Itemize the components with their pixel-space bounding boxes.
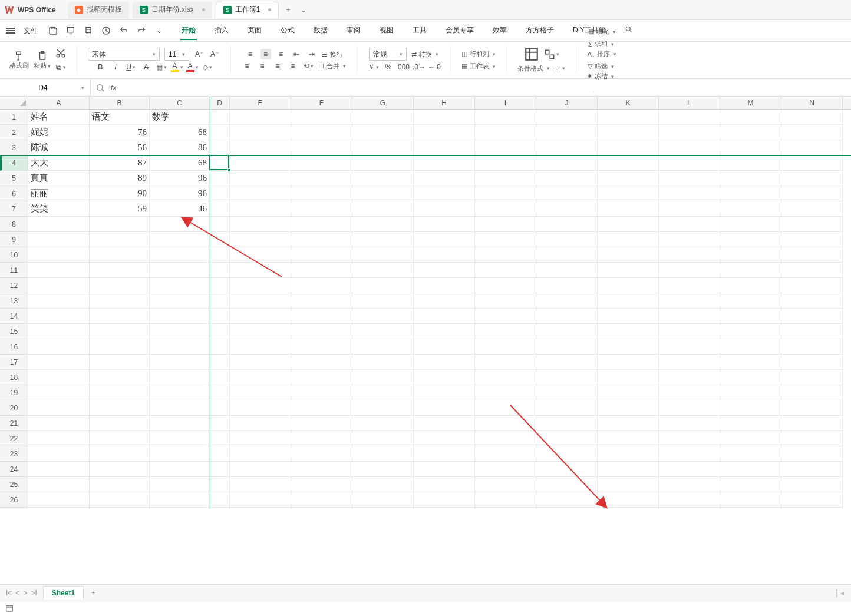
cell[interactable] xyxy=(414,247,475,263)
cell[interactable] xyxy=(475,446,536,462)
cell[interactable] xyxy=(291,125,352,140)
cell[interactable]: 96 xyxy=(150,186,210,201)
cell[interactable] xyxy=(352,263,414,278)
cell[interactable] xyxy=(536,355,598,370)
save-icon[interactable] xyxy=(48,26,58,35)
cell[interactable] xyxy=(210,355,230,370)
cell[interactable] xyxy=(536,232,598,247)
bold-icon[interactable]: B xyxy=(95,62,105,72)
file-menu[interactable]: 文件 xyxy=(24,26,38,36)
cell[interactable] xyxy=(536,416,598,431)
cell[interactable] xyxy=(210,217,230,232)
cell[interactable] xyxy=(720,446,781,462)
cell[interactable] xyxy=(230,416,291,431)
row-header[interactable]: 23 xyxy=(0,446,28,462)
cell[interactable] xyxy=(291,171,352,186)
sheet-next-icon[interactable]: > xyxy=(23,589,27,597)
cell[interactable] xyxy=(230,201,291,217)
cell[interactable] xyxy=(536,217,598,232)
cell[interactable] xyxy=(475,217,536,232)
cell[interactable] xyxy=(475,309,536,324)
cell[interactable] xyxy=(659,446,720,462)
row-header[interactable]: 11 xyxy=(0,263,28,278)
cell[interactable] xyxy=(352,462,414,477)
cell[interactable] xyxy=(536,431,598,446)
cell[interactable] xyxy=(210,508,230,509)
cell[interactable] xyxy=(210,247,230,263)
add-sheet-button[interactable]: ＋ xyxy=(87,588,99,598)
menu-tab-data[interactable]: 数据 xyxy=(312,22,329,40)
cell[interactable] xyxy=(720,431,781,446)
cell[interactable] xyxy=(536,278,598,293)
cell[interactable] xyxy=(659,140,720,155)
cell[interactable] xyxy=(210,385,230,400)
wrap-text-button[interactable]: ☰ 换行 xyxy=(322,50,343,59)
cell[interactable] xyxy=(781,171,843,186)
cell[interactable] xyxy=(291,355,352,370)
cell[interactable] xyxy=(352,201,414,217)
row-header[interactable]: 27 xyxy=(0,508,28,509)
cell[interactable] xyxy=(352,247,414,263)
cell[interactable] xyxy=(598,492,659,508)
row-header[interactable]: 25 xyxy=(0,477,28,492)
cell[interactable] xyxy=(781,140,843,155)
cell[interactable] xyxy=(720,477,781,492)
cell[interactable] xyxy=(291,155,352,171)
cell[interactable] xyxy=(291,247,352,263)
cell[interactable] xyxy=(598,385,659,400)
cell[interactable] xyxy=(28,431,90,446)
cell[interactable] xyxy=(414,110,475,125)
cell[interactable] xyxy=(28,446,90,462)
cell[interactable] xyxy=(475,385,536,400)
cell[interactable] xyxy=(90,324,150,339)
cell[interactable] xyxy=(598,416,659,431)
cell[interactable] xyxy=(150,309,210,324)
cell[interactable] xyxy=(781,416,843,431)
cell[interactable] xyxy=(291,431,352,446)
cell-style-icon[interactable]: ▾ xyxy=(544,47,559,62)
cell[interactable] xyxy=(352,171,414,186)
fill-color-icon[interactable]: ◇▾ xyxy=(202,62,213,72)
cell[interactable] xyxy=(352,155,414,171)
cell[interactable] xyxy=(536,293,598,309)
align-middle-icon[interactable]: ≡ xyxy=(260,49,271,59)
cell[interactable] xyxy=(352,217,414,232)
cell[interactable] xyxy=(598,278,659,293)
status-mode-icon[interactable] xyxy=(5,604,14,614)
cell[interactable] xyxy=(720,247,781,263)
cell[interactable] xyxy=(210,140,230,155)
cell[interactable] xyxy=(720,492,781,508)
cell[interactable] xyxy=(352,324,414,339)
cell[interactable] xyxy=(475,140,536,155)
cell[interactable]: 76 xyxy=(90,125,150,140)
cell[interactable] xyxy=(210,400,230,416)
cell[interactable] xyxy=(414,125,475,140)
cell[interactable] xyxy=(90,462,150,477)
cell[interactable] xyxy=(230,247,291,263)
cell[interactable] xyxy=(150,385,210,400)
cell[interactable] xyxy=(28,370,90,385)
cell[interactable] xyxy=(210,309,230,324)
cell[interactable] xyxy=(230,508,291,509)
cell[interactable] xyxy=(598,324,659,339)
cell[interactable] xyxy=(659,155,720,171)
cell[interactable] xyxy=(720,370,781,385)
menu-tab-ffgz[interactable]: 方方格子 xyxy=(525,22,555,40)
cell[interactable] xyxy=(414,293,475,309)
menu-tab-home[interactable]: 开始 xyxy=(180,22,197,40)
cell[interactable] xyxy=(659,477,720,492)
cell[interactable] xyxy=(598,171,659,186)
cell[interactable] xyxy=(659,293,720,309)
comma-icon[interactable]: 000 xyxy=(398,62,409,72)
undo-icon[interactable] xyxy=(119,26,128,35)
cell[interactable] xyxy=(210,431,230,446)
cell[interactable] xyxy=(598,247,659,263)
decrease-decimal-icon[interactable]: ←.0 xyxy=(429,62,440,72)
cell[interactable] xyxy=(475,431,536,446)
formula-input[interactable] xyxy=(122,84,846,92)
cell[interactable] xyxy=(230,293,291,309)
cell[interactable] xyxy=(781,339,843,355)
cell[interactable] xyxy=(475,462,536,477)
cell[interactable] xyxy=(90,508,150,509)
cell[interactable] xyxy=(659,431,720,446)
